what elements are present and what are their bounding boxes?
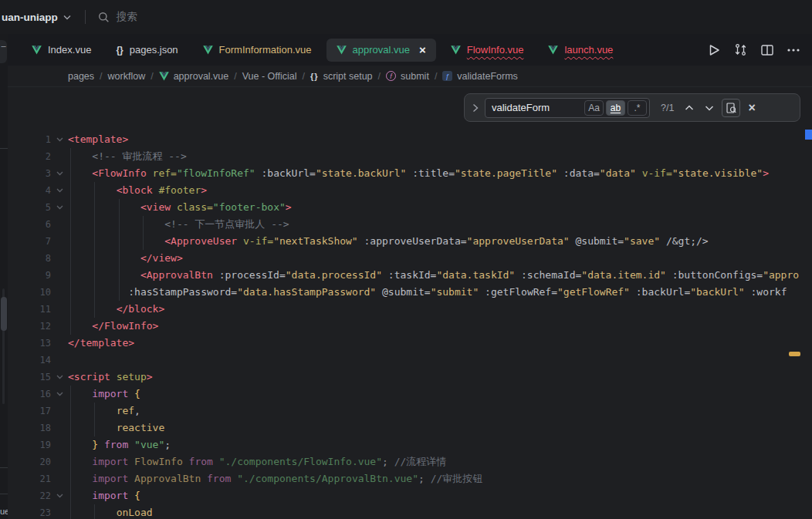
code-line-18[interactable]: 18 reactive [8,420,812,436]
code-text[interactable]: <block #footer> [68,182,812,199]
tab-FormInformation.vue[interactable]: FormInformation.vue [193,39,322,62]
close-find-icon[interactable]: × [748,101,755,115]
breadcrumb-item-script-setup[interactable]: {}script setup [310,71,372,82]
fold-gutter [51,403,68,420]
code-text[interactable]: ref, [68,403,812,420]
code-text[interactable]: <!-- 下一节点审批人 --> [68,216,812,233]
code-line-17[interactable]: 17 ref, [8,403,812,420]
code-line-21[interactable]: 21 import ApprovalBtn from "./components… [8,470,812,487]
search-icon [98,12,110,23]
tab-approval.vue[interactable]: approval.vue× [326,39,436,62]
tool-window-stub[interactable]: – [0,40,7,63]
strip-scroll-thumb[interactable] [1,297,7,331]
code-line-13[interactable]: 13</template> [8,335,812,352]
next-match-icon[interactable] [705,105,714,111]
code-text[interactable]: <ApprovalBtn :processId="data.processId"… [68,267,812,284]
chevron-down-icon [63,15,71,20]
fold-chevron-icon[interactable] [51,182,68,199]
code-text[interactable]: import FlowInfo from "./components/FlowI… [68,453,812,470]
fold-chevron-icon[interactable] [51,487,68,504]
fold-chevron-icon[interactable] [51,165,68,182]
code-text[interactable]: <ApproveUser v-if="nextTaskShow" :approv… [68,233,812,250]
tab-pages.json[interactable]: {}pages.json [106,39,188,62]
code-line-20[interactable]: 20 import FlowInfo from "./components/Fl… [8,453,812,470]
split-editor-icon[interactable] [761,45,773,56]
breadcrumb-label: Vue - Official [242,71,297,82]
search-filter-icon[interactable] [722,99,740,117]
indent-guide [94,504,95,519]
code-text[interactable]: reactive [68,420,812,436]
close-tab-icon[interactable]: × [419,44,426,56]
run-icon[interactable] [709,44,720,56]
breadcrumb-label: script setup [323,71,373,82]
code-text[interactable]: import { [68,386,812,403]
code-line-23[interactable]: 23 onLoad [8,504,812,519]
code-line-7[interactable]: 7 <ApproveUser v-if="nextTaskShow" :appr… [8,233,812,250]
breadcrumb-item-submit[interactable]: fsubmit [386,71,429,82]
project-widget[interactable]: uan-uniapp [2,12,71,23]
code-line-22[interactable]: 22 import { [8,487,812,504]
code-editor[interactable]: 1<template>2 <!-- 审批流程 -->3 <FlowInfo re… [8,87,812,519]
breadcrumb-item-validateforms[interactable]: ƒvalidateForms [442,71,518,82]
global-search[interactable]: 搜索 [98,10,137,24]
line-number: 14 [8,352,51,369]
symbol-icon: ƒ [442,71,452,81]
expand-replace-icon[interactable] [472,103,479,113]
json-braces-icon: {} [116,45,123,56]
regex-toggle[interactable]: .* [628,100,647,116]
tab-Index.vue[interactable]: Index.vue [22,39,101,62]
code-line-9[interactable]: 9 <ApprovalBtn :processId="data.processI… [8,267,812,284]
code-line-19[interactable]: 19 } from "vue"; [8,436,812,453]
code-line-1[interactable]: 1<template> [8,131,812,148]
code-pane[interactable]: 1<template>2 <!-- 审批流程 -->3 <FlowInfo re… [8,87,812,519]
code-text[interactable]: <!-- 审批流程 --> [68,148,812,165]
code-line-3[interactable]: 3 <FlowInfo ref="flowInfoRef" :backUrl="… [8,165,812,182]
compare-icon[interactable] [734,43,747,56]
code-text[interactable]: </view> [68,250,812,267]
find-input[interactable] [492,102,582,113]
match-case-toggle[interactable]: Aa [584,100,604,116]
code-text[interactable]: onLoad [68,504,812,519]
fold-chevron-icon[interactable] [51,369,68,386]
code-line-2[interactable]: 2 <!-- 审批流程 --> [8,148,812,165]
fold-chevron-icon[interactable] [51,386,68,403]
code-line-15[interactable]: 15<script setup> [8,369,812,386]
scrollbar-mark-info[interactable] [805,130,812,140]
code-text[interactable]: <template> [68,131,812,148]
code-line-4[interactable]: 4 <block #footer> [8,182,812,199]
code-text[interactable]: </block> [68,301,812,318]
code-text[interactable]: } from "vue"; [68,436,812,453]
more-options-icon[interactable] [787,49,800,52]
fold-chevron-icon[interactable] [51,131,68,148]
code-text[interactable] [68,352,812,369]
tab-launch.vue[interactable]: launch.vue [538,39,623,62]
previous-match-icon[interactable] [685,105,694,111]
code-text[interactable]: import { [68,487,812,504]
code-text[interactable]: <view class="footer-box"> [68,199,812,216]
breadcrumb-item-pages[interactable]: pages [68,71,94,82]
code-line-16[interactable]: 16 import { [8,386,812,403]
fold-gutter [51,216,68,233]
code-line-12[interactable]: 12 </FlowInfo> [8,318,812,335]
code-text[interactable]: :hasStampPassword="data.hasStampPassword… [68,284,812,301]
code-text[interactable]: </template> [68,335,812,352]
code-text[interactable]: import ApprovalBtn from "./components/Ap… [68,470,812,487]
scrollbar-mark-warning[interactable] [789,352,800,356]
code-text[interactable]: <FlowInfo ref="flowInfoRef" :backUrl="st… [68,165,812,182]
fold-chevron-icon[interactable] [51,199,68,216]
code-line-8[interactable]: 8 </view> [8,250,812,267]
line-number: 11 [8,301,51,318]
code-line-10[interactable]: 10 :hasStampPassword="data.hasStampPassw… [8,284,812,301]
breadcrumb-item-vue-official[interactable]: Vue - Official [242,71,297,82]
code-line-11[interactable]: 11 </block> [8,301,812,318]
code-line-14[interactable]: 14 [8,352,812,369]
code-text[interactable]: <script setup> [68,369,812,386]
code-line-5[interactable]: 5 <view class="footer-box"> [8,199,812,216]
code-text[interactable]: </FlowInfo> [68,318,812,335]
tab-FlowInfo.vue[interactable]: FlowInfo.vue [441,39,534,62]
breadcrumb-item-approval-vue[interactable]: approval.vue [159,71,229,82]
tab-label: FormInformation.vue [219,44,312,56]
breadcrumb-item-workflow[interactable]: workflow [108,71,146,82]
code-line-6[interactable]: 6 <!-- 下一节点审批人 --> [8,216,812,233]
whole-words-toggle[interactable]: ab [606,100,625,116]
